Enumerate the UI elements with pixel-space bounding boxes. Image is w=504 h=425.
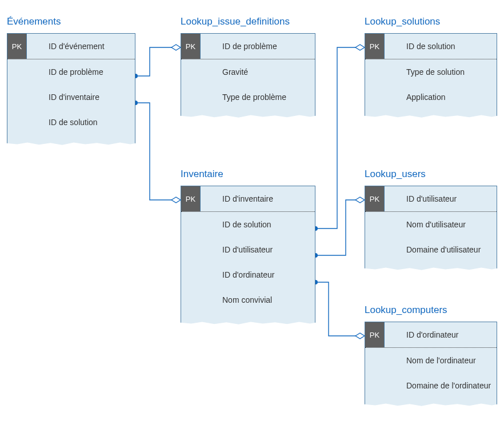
entity-issue-definitions: PK ID de problème Gravité Type de problè… <box>181 33 315 120</box>
pk-badge: PK <box>365 322 385 347</box>
entity-title-solutions: Lookup_solutions <box>365 16 440 27</box>
entity-users: PK ID d'utilisateur Nom d'utilisateur Do… <box>365 186 497 272</box>
pk-badge: PK <box>365 34 385 59</box>
entity-solutions: PK ID de solution Type de solution Appli… <box>365 33 497 120</box>
field: Nom convivial <box>201 287 315 312</box>
pk-field: ID de problème <box>201 34 315 59</box>
pk-row: PK ID d'événement <box>7 34 135 59</box>
field: ID de problème <box>27 59 135 85</box>
pk-field: ID d'inventaire <box>201 186 315 211</box>
pk-field: ID d'événement <box>27 34 135 59</box>
er-diagram: Événements PK ID d'événement ID de probl… <box>0 0 504 425</box>
field: ID de solution <box>27 110 135 135</box>
pk-badge: PK <box>365 186 385 211</box>
entity-inventaire: PK ID d'inventaire ID de solution ID d'u… <box>181 186 315 327</box>
pk-badge: PK <box>181 34 201 59</box>
pk-row: PK ID de solution <box>365 34 497 59</box>
field: ID d'inventaire <box>27 85 135 110</box>
entity-title-users: Lookup_users <box>365 169 426 180</box>
field: Type de solution <box>385 59 497 85</box>
pk-row: PK ID de problème <box>181 34 315 59</box>
field: Nom de l'ordinateur <box>385 348 497 373</box>
field: ID de solution <box>201 212 315 237</box>
svg-marker-1 <box>171 45 181 50</box>
entity-evenements: PK ID d'événement ID de problème ID d'in… <box>7 33 135 147</box>
svg-marker-3 <box>171 197 181 203</box>
field: Nom d'utilisateur <box>385 212 497 237</box>
svg-marker-9 <box>355 333 365 339</box>
svg-marker-5 <box>355 45 365 50</box>
field: Type de problème <box>201 85 315 110</box>
svg-marker-7 <box>355 197 365 203</box>
field: ID d'ordinateur <box>201 262 315 287</box>
pk-row: PK ID d'ordinateur <box>365 322 497 347</box>
field: ID d'utilisateur <box>201 237 315 262</box>
entity-title-evenements: Événements <box>7 16 61 27</box>
entity-title-computers: Lookup_computers <box>365 304 447 316</box>
pk-badge: PK <box>181 186 201 211</box>
field: Gravité <box>201 59 315 85</box>
entity-title-inventaire: Inventaire <box>181 169 223 180</box>
pk-field: ID de solution <box>385 34 497 59</box>
field: Application <box>385 85 497 110</box>
pk-field: ID d'utilisateur <box>385 186 497 211</box>
pk-badge: PK <box>7 34 27 59</box>
field: Domaine de l'ordinateur <box>385 373 497 398</box>
pk-row: PK ID d'inventaire <box>181 186 315 211</box>
pk-field: ID d'ordinateur <box>385 322 497 347</box>
entity-computers: PK ID d'ordinateur Nom de l'ordinateur D… <box>365 322 497 408</box>
pk-row: PK ID d'utilisateur <box>365 186 497 211</box>
entity-title-issue-defs: Lookup_issue_definitions <box>181 16 290 27</box>
field: Domaine d'utilisateur <box>385 237 497 262</box>
